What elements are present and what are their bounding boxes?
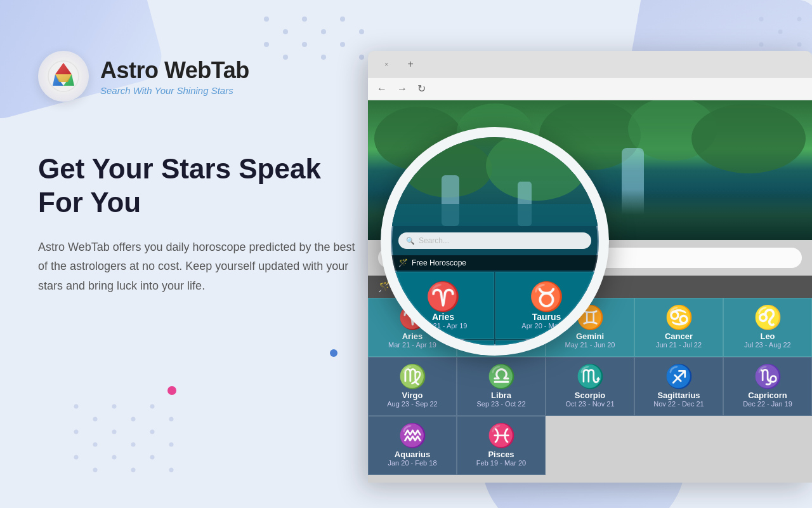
left-panel: Astro WebTab Search With Your Shining St… [0,0,393,508]
zodiac-card-capricorn[interactable]: ♑ Capricorn Dec 22 - Jan 19 [723,357,812,416]
main-heading: Get Your Stars Speak For You [38,152,355,220]
magnifier-zodiac-card-libra[interactable]: ♎ Libra Sep 23 - Oct 22 [392,340,494,345]
new-tab-button[interactable]: + [402,57,418,71]
mag-zodiac-symbol-taurus: ♉ [502,281,591,312]
zodiac-name-pisces: Pisces [462,450,540,459]
magnifier-horoscope-bar: 🪄 Free Horoscope [391,255,599,271]
main-description: Astro WebTab offers you daily horoscope … [38,237,355,296]
zodiac-card-sagittarius[interactable]: ♐ Sagittarius Nov 22 - Dec 21 [634,357,723,416]
zodiac-name-cancer: Cancer [640,331,717,341]
nav-refresh-button[interactable]: ↻ [415,81,428,96]
zodiac-symbol-cancer: ♋ [640,306,717,329]
nav-back-button[interactable]: ← [374,82,390,96]
mag-zodiac-name-taurus: Taurus [502,312,591,322]
zodiac-card-pisces[interactable]: ♓ Pisces Feb 19 - Mar 20 [457,416,546,475]
magnifier-zodiac-card-scorpio[interactable]: ♏ Scorpio Oct 23 - Nov 21 [495,340,598,345]
browser-mockup: × + ← → ↻ [368,51,812,483]
tab-close-icon[interactable]: × [384,60,388,68]
zodiac-symbol-scorpio: ♏ [551,365,629,388]
logo-subtitle: Search With Your Shining Stars [100,85,249,96]
zodiac-name-sagittarius: Sagittarius [640,391,717,400]
zodiac-date-virgo: Aug 23 - Sep 22 [374,400,451,408]
nav-forward-button[interactable]: → [395,82,410,96]
zodiac-symbol-virgo: ♍ [374,365,451,388]
zodiac-card-aquarius[interactable]: ♒ Aquarius Jan 20 - Feb 18 [368,416,457,475]
svg-point-45 [691,104,806,173]
logo-text-area: Astro WebTab Search With Your Shining St… [100,57,249,96]
svg-marker-36 [55,63,72,74]
zodiac-name-virgo: Virgo [374,391,451,400]
browser-chrome: × + [368,51,812,77]
mag-zodiac-symbol-aries: ♈ [399,281,487,312]
magnifier-zodiac-grid: ♈ Aries Mar 21 - Apr 19 ♉ Taurus Apr 20 … [391,271,599,345]
zodiac-date-sagittarius: Nov 22 - Dec 21 [640,400,717,408]
logo-title: Astro WebTab [100,57,249,84]
zodiac-date-capricorn: Dec 22 - Jan 19 [729,400,806,408]
zodiac-date-scorpio: Oct 23 - Nov 21 [551,400,629,408]
zodiac-symbol-aquarius: ♒ [374,424,451,447]
zodiac-symbol-capricorn: ♑ [729,365,806,388]
logo-area: Astro WebTab Search With Your Shining St… [38,51,355,102]
magnifier-overlay: 🔍 Search... 🪄 Free Horoscope ♈ Aries Mar… [381,127,609,356]
zodiac-symbol-libra: ♎ [462,365,540,388]
zodiac-date-pisces: Feb 19 - Mar 20 [462,459,540,467]
logo-icon [38,51,89,102]
zodiac-card-leo[interactable]: ♌ Leo Jul 23 - Aug 22 [723,298,812,357]
magnifier-search-text: Search... [419,236,449,245]
svg-rect-55 [391,204,599,226]
zodiac-name-capricorn: Capricorn [729,391,806,400]
browser-nav: ← → ↻ [368,77,812,100]
magnifier-zodiac-card-aries[interactable]: ♈ Aries Mar 21 - Apr 19 [392,272,494,339]
magnifier-content: 🔍 Search... 🪄 Free Horoscope ♈ Aries Mar… [391,137,599,345]
browser-tab[interactable]: × [376,57,397,72]
mag-zodiac-date-taurus: Apr 20 - May 20 [502,322,591,330]
zodiac-card-cancer[interactable]: ♋ Cancer Jun 21 - Jul 22 [634,298,723,357]
zodiac-name-libra: Libra [462,391,540,400]
magnifier-zodiac-card-taurus[interactable]: ♉ Taurus Apr 20 - May 20 [495,272,598,339]
zodiac-symbol-sagittarius: ♐ [640,365,717,388]
zodiac-name-aquarius: Aquarius [374,450,451,459]
zodiac-symbol-pisces: ♓ [462,424,540,447]
zodiac-date-aquarius: Jan 20 - Feb 18 [374,459,451,467]
magnifier-horoscope-title: Free Horoscope [412,258,466,267]
zodiac-card-scorpio[interactable]: ♏ Scorpio Oct 23 - Nov 21 [546,357,634,416]
zodiac-name-leo: Leo [729,331,806,341]
magnifier-search: 🔍 Search... [398,232,591,249]
zodiac-date-libra: Sep 23 - Oct 22 [462,400,540,408]
zodiac-date-cancer: Jun 21 - Jul 22 [640,341,717,349]
zodiac-card-virgo[interactable]: ♍ Virgo Aug 23 - Sep 22 [368,357,457,416]
magnifier-search-icon: 🔍 [406,237,415,245]
magnifier-wand-icon: 🪄 [398,258,408,267]
zodiac-symbol-leo: ♌ [729,306,806,329]
mag-zodiac-date-aries: Mar 21 - Apr 19 [399,322,487,330]
magnifier-bg [391,137,599,226]
zodiac-name-scorpio: Scorpio [551,391,629,400]
zodiac-date-leo: Jul 23 - Aug 22 [729,341,806,349]
zodiac-card-libra[interactable]: ♎ Libra Sep 23 - Oct 22 [457,357,546,416]
svg-point-52 [486,137,587,201]
mag-zodiac-name-aries: Aries [399,312,487,322]
